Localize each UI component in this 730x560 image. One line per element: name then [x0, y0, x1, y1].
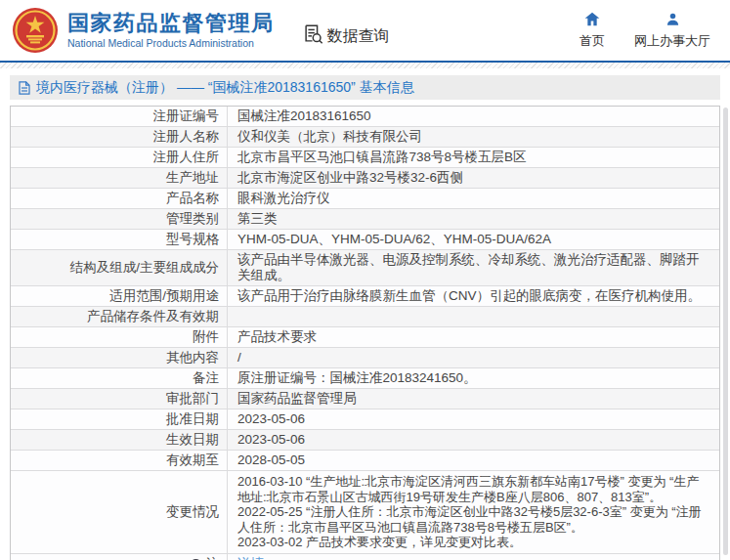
field-label: 批准日期 [11, 409, 228, 429]
field-value: 该产品由半导体激光器、电源及控制系统、冷却系统、激光治疗适配器、脚踏开关组成。 [228, 250, 719, 285]
field-label: 适用范围/预期用途 [11, 286, 228, 306]
data-query-label: 数据查询 [327, 26, 390, 47]
table-row: 注册人住所 北京市昌平区马池口镇昌流路738号8号楼五层B区 [11, 148, 719, 168]
field-value: 第三类 [228, 209, 719, 229]
table-row: 生产地址 北京市海淀区创业中路32号楼32-6西侧 [11, 168, 719, 189]
hatch-band [0, 63, 730, 68]
user-icon [666, 12, 680, 29]
header: 国家药品监督管理局 National Medical Products Admi… [0, 0, 730, 61]
field-value: 眼科激光治疗仪 [228, 189, 719, 208]
table-row: 生效日期 2023-05-06 [11, 430, 719, 451]
field-label: 其他内容 [11, 348, 228, 367]
site-logo[interactable]: 国家药品监督管理局 National Medical Products Admi… [12, 7, 275, 54]
field-value: 该产品用于治疗由脉络膜新生血管（CNV）引起的眼底病变，在医疗机构使用。 [228, 286, 719, 306]
field-label: 生效日期 [11, 430, 228, 450]
field-label: 有效期至 [11, 451, 228, 470]
table-row: 注册证编号 国械注准20183161650 [11, 107, 719, 127]
field-value: 北京市海淀区创业中路32号楼32-6西侧 [228, 168, 719, 188]
table-row: 审批部门 国家药品监督管理局 [11, 389, 719, 409]
table-row: 管理类别 第三类 [11, 209, 719, 230]
field-value: YHM-05-DUA、YHM-05-DUA/62、YHM-05-DUA/62A [228, 230, 719, 249]
field-value: 国家药品监督管理局 [228, 389, 719, 409]
field-label: 产品名称 [11, 189, 228, 208]
field-value: 产品技术要求 [228, 327, 719, 347]
table-row: 型号规格 YHM-05-DUA、YHM-05-DUA/62、YHM-05-DUA… [11, 230, 719, 250]
national-emblem-icon [12, 7, 59, 54]
home-icon [584, 12, 600, 29]
field-label: 备注 [11, 368, 228, 388]
table-row: 附件 产品技术要求 [11, 327, 719, 348]
field-value: 2023-05-06 [228, 409, 719, 429]
table-row: 批准日期 2023-05-06 [11, 409, 719, 430]
field-label: 附件 [11, 327, 228, 347]
field-label: 注 [206, 556, 220, 560]
field-label: 结构及组成/主要组成成分 [11, 250, 228, 285]
table-row: 适用范围/预期用途 该产品用于治疗由脉络膜新生血管（CNV）引起的眼底病变，在医… [11, 286, 719, 307]
nav-service-hall[interactable]: 网上办事大厅 [634, 12, 710, 50]
header-nav: 首页 网上办事大厅 [580, 12, 718, 50]
field-label: 注册证编号 [11, 107, 228, 126]
field-value: 国械注准20183161650 [228, 107, 719, 126]
nav-home-label: 首页 [580, 32, 605, 50]
field-label: 注册人名称 [11, 127, 228, 147]
field-value: 北京市昌平区马池口镇昌流路738号8号楼五层B区 [228, 148, 719, 167]
table-row-change-history: 变更情况 2016-03-10 “生产地址:北京市海淀区清河西三旗东新都车站南1… [11, 471, 719, 554]
org-name-block: 国家药品监督管理局 National Medical Products Admi… [67, 12, 275, 48]
detail-link[interactable]: 详情 [237, 556, 264, 560]
document-icon [19, 81, 30, 95]
field-value: 原注册证编号：国械注准20183241650。 [228, 368, 719, 388]
table-row: 产品名称 眼科激光治疗仪 [11, 189, 719, 209]
field-label: 注册人住所 [11, 148, 228, 167]
table-row-note: 注 详情 [11, 554, 719, 560]
document-search-icon [302, 23, 323, 49]
field-value: 2028-05-05 [228, 451, 719, 470]
field-label: 审批部门 [11, 389, 228, 409]
table-row: 产品储存条件及有效期 [11, 307, 719, 327]
data-query-section[interactable]: 数据查询 [302, 23, 390, 49]
field-value: 2016-03-10 “生产地址:北京市海淀区清河西三旗东新都车站南17号楼” … [228, 471, 719, 553]
field-label: 型号规格 [11, 230, 228, 249]
field-value [228, 307, 719, 326]
org-name-en: National Medical Products Administration [67, 38, 275, 49]
table-row: 有效期至 2028-05-05 [11, 451, 719, 471]
field-label: 管理类别 [11, 209, 228, 229]
breadcrumb: 境内医疗器械（注册） —— “国械注准20183161650” 基本信息 [10, 75, 720, 100]
nav-home[interactable]: 首页 [580, 12, 605, 50]
nav-service-hall-label: 网上办事大厅 [634, 32, 710, 50]
org-name-cn: 国家药品监督管理局 [67, 12, 275, 34]
field-label: 变更情况 [11, 471, 228, 553]
table-row: 注册人名称 仪和仪美（北京）科技有限公司 [11, 127, 719, 148]
table-row: 结构及组成/主要组成成分 该产品由半导体激光器、电源及控制系统、冷却系统、激光治… [11, 250, 719, 286]
scrollbar[interactable] [723, 108, 728, 555]
field-label-note: 注 [11, 554, 228, 560]
field-value: 仪和仪美（北京）科技有限公司 [228, 127, 719, 147]
field-value: 2023-05-06 [228, 430, 719, 450]
registration-info-table: 注册证编号 国械注准20183161650 注册人名称 仪和仪美（北京）科技有限… [10, 106, 720, 560]
page-title: 境内医疗器械（注册） —— “国械注准20183161650” 基本信息 [36, 79, 414, 97]
table-row: 其他内容 / [11, 348, 719, 368]
field-label: 生产地址 [11, 168, 228, 188]
table-row: 备注 原注册证编号：国械注准20183241650。 [11, 368, 719, 389]
field-value: / [228, 348, 719, 367]
field-label: 产品储存条件及有效期 [11, 307, 228, 326]
